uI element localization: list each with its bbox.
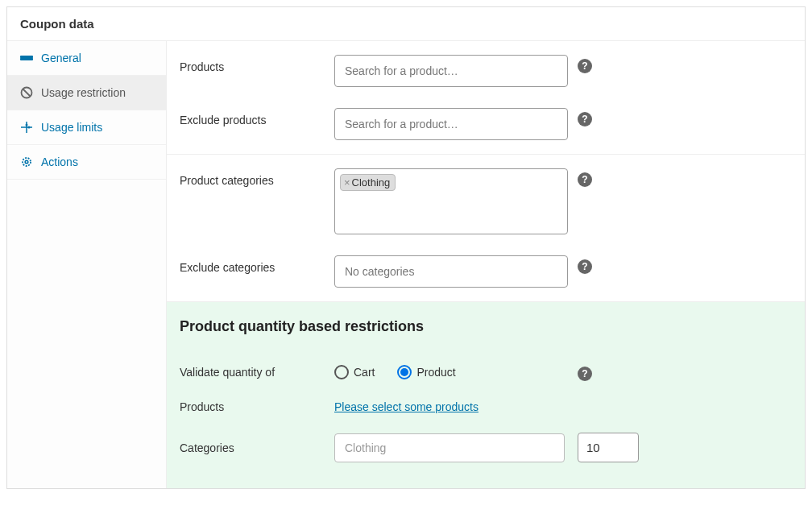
qty-products-label: Products xyxy=(180,400,325,413)
radio-icon xyxy=(397,365,412,379)
help-icon[interactable]: ? xyxy=(578,367,592,381)
svg-line-1 xyxy=(23,89,31,97)
sidebar-item-label: Actions xyxy=(41,155,78,168)
svg-point-7 xyxy=(25,160,28,164)
panel-title: Coupon data xyxy=(7,7,805,41)
radio-cart-label: Cart xyxy=(354,366,375,379)
radio-product-label: Product xyxy=(416,366,455,379)
panel-body: General Usage restriction Usage limits A… xyxy=(7,41,805,488)
exclude-products-row: Exclude products ? xyxy=(167,97,805,151)
svg-point-4 xyxy=(26,124,28,126)
exclude-categories-row: Exclude categories ? xyxy=(167,245,805,298)
content: Products ? Exclude products ? Product c xyxy=(167,41,805,488)
qty-categories-row: Categories xyxy=(180,423,792,472)
quantity-restrictions-section: Product quantity based restrictions Vali… xyxy=(167,302,805,488)
products-input[interactable] xyxy=(334,55,568,87)
help-icon[interactable]: ? xyxy=(578,59,592,73)
sidebar-item-general[interactable]: General xyxy=(7,41,166,76)
gear-icon xyxy=(20,155,33,168)
select-products-link[interactable]: Please select some products xyxy=(334,400,478,413)
tag-label: Clothing xyxy=(352,176,391,189)
help-icon[interactable]: ? xyxy=(578,112,592,126)
radio-product[interactable]: Product xyxy=(397,365,455,379)
sidebar-item-usage-restriction[interactable]: Usage restriction xyxy=(7,76,166,110)
validate-quantity-row: Validate quantity of Cart Product ? xyxy=(180,353,792,391)
sidebar-item-actions[interactable]: Actions xyxy=(7,145,166,180)
exclude-products-input[interactable] xyxy=(334,108,568,140)
svg-point-6 xyxy=(23,158,31,166)
product-categories-input[interactable]: × Clothing xyxy=(334,168,568,234)
exclude-products-label: Exclude products xyxy=(180,108,325,126)
category-tag: × Clothing xyxy=(340,174,396,191)
products-label: Products xyxy=(180,55,325,73)
help-icon[interactable]: ? xyxy=(578,259,592,274)
sidebar-item-label: Usage restriction xyxy=(41,86,126,99)
coupon-data-panel: Coupon data General Usage restriction Us… xyxy=(6,6,806,489)
quantity-heading: Product quantity based restrictions xyxy=(180,318,792,335)
ticket-icon xyxy=(20,52,33,64)
product-categories-row: Product categories × Clothing ? xyxy=(167,158,805,245)
svg-point-5 xyxy=(28,126,31,129)
qty-number-input[interactable] xyxy=(578,433,639,462)
close-icon[interactable]: × xyxy=(344,176,350,189)
qty-categories-input[interactable] xyxy=(334,433,565,462)
sliders-icon xyxy=(20,121,33,134)
categories-section: Product categories × Clothing ? Exclude … xyxy=(167,155,805,302)
sidebar-item-label: General xyxy=(41,52,81,64)
radio-icon xyxy=(334,365,349,379)
exclude-categories-label: Exclude categories xyxy=(180,255,325,274)
radio-cart[interactable]: Cart xyxy=(334,365,375,379)
validate-quantity-label: Validate quantity of xyxy=(180,366,325,379)
qty-products-row: Products Please select some products xyxy=(180,391,792,423)
sidebar: General Usage restriction Usage limits A… xyxy=(7,41,167,488)
product-categories-label: Product categories xyxy=(180,168,325,187)
sidebar-item-usage-limits[interactable]: Usage limits xyxy=(7,110,166,145)
help-icon[interactable]: ? xyxy=(578,172,592,187)
exclude-categories-input[interactable] xyxy=(334,255,568,288)
products-row: Products ? xyxy=(167,44,805,97)
qty-categories-label: Categories xyxy=(180,441,325,454)
sidebar-item-label: Usage limits xyxy=(41,121,102,134)
ban-icon xyxy=(20,86,33,99)
products-section: Products ? Exclude products ? xyxy=(167,41,805,155)
